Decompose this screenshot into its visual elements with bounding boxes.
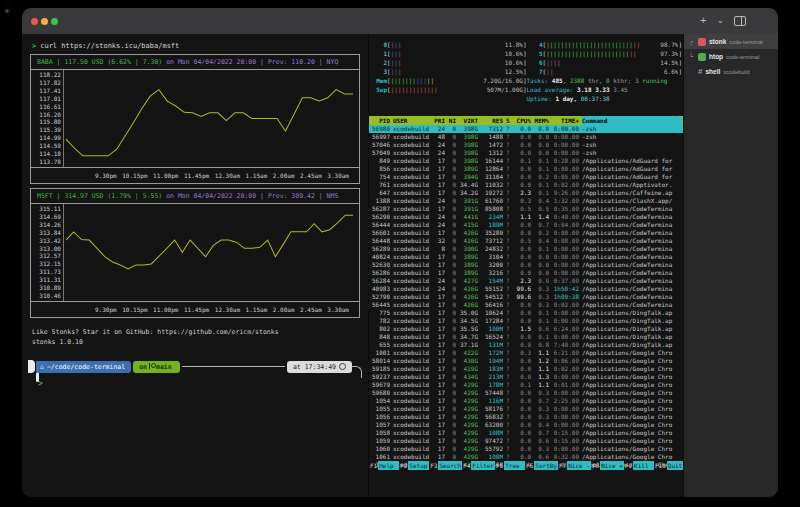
stonks-terminal-pane[interactable]: >curl https://stonks.icu/baba/msft BABA … (22, 34, 368, 497)
process-row[interactable]: 52630xcodebuild170389G3200?0.00.00:00.00… (369, 261, 684, 269)
process-row[interactable]: 56997xcodebuild480398G1488?0.00.00:00.00… (369, 133, 684, 141)
fkey-f1[interactable]: F1Help (369, 461, 399, 470)
process-row[interactable]: 1059xcodebuild170429G97472?0.00.60:15.00… (369, 437, 684, 445)
cell-command: /Applications/CodeTermina (582, 221, 682, 229)
process-row[interactable]: 57046xcodebuild240398G1472?0.00.00:00.00… (369, 141, 684, 149)
cell-mem: 0.3 (534, 389, 549, 397)
add-session-icon[interactable]: + (700, 14, 706, 27)
window-titlebar[interactable]: + ⌄ (22, 8, 778, 34)
cell-command: /Applications/CodeTermina (582, 245, 682, 253)
zoom-button[interactable] (51, 18, 58, 25)
session-subtitle: code-terminal (729, 39, 762, 45)
close-button[interactable] (31, 18, 38, 25)
cell-cpu: 0.0 (515, 149, 531, 157)
process-row[interactable]: 59185xcodebuild170429G183M?0.01.10:02.00… (369, 365, 684, 373)
header-pid[interactable]: PID (371, 116, 390, 125)
process-row[interactable]: 59680xcodebuild170429G57448?0.00.30:00.0… (369, 389, 684, 397)
header-user[interactable]: USER (393, 116, 431, 125)
cell-res: 16144 (481, 157, 503, 165)
process-row[interactable]: 56287xcodebuild170391G85808?0.50.50:35.0… (369, 205, 684, 213)
process-row[interactable]: 655xcodebuild17037.1G131M?0.90.87:40.00/… (369, 341, 684, 349)
process-row[interactable]: 56601xcodebuild170426G35280?0.00.20:00.0… (369, 229, 684, 237)
fkey-f6[interactable]: F6SortBy (525, 461, 558, 470)
process-row[interactable]: 56289xcodebuild80390G24832?0.00.10:00.00… (369, 245, 684, 253)
meter-value: 98.7% (660, 40, 678, 49)
fkey-f7[interactable]: F7Nice - (558, 461, 591, 470)
header-time[interactable]: TIME+ (552, 116, 579, 125)
process-row[interactable]: 40824xcodebuild170389G3104?0.00.00:00.00… (369, 253, 684, 261)
process-row[interactable]: 1057xcodebuild170429G63200?0.00.40:00.00… (369, 421, 684, 429)
process-row[interactable]: 754xcodebuild170394G31104?0.00.20:05.00/… (369, 173, 684, 181)
process-row[interactable]: 782xcodebuild17034.5G17284?0.00.10:00.00… (369, 317, 684, 325)
fkey-f5[interactable]: F5Tree (495, 461, 525, 470)
header-state[interactable]: S (506, 116, 512, 125)
session-item-shell[interactable]: #shellxcodebuild (684, 64, 778, 79)
process-row[interactable]: 1054xcodebuild170429G116M?0.00.72:25.00/… (369, 397, 684, 405)
process-row[interactable]: 59679xcodebuild170429G178M?0.11.10:01.00… (369, 381, 684, 389)
process-row[interactable]: 1001xcodebuild170422G172M?0.31.16:21.00/… (369, 349, 684, 357)
process-row[interactable]: 56290xcodebuild240441G234M?1.11.40:49.00… (369, 213, 684, 221)
cell-res: 172M (481, 349, 503, 357)
header-cpu[interactable]: CPU% (515, 116, 531, 125)
header-command[interactable]: Command (582, 116, 682, 125)
cell-cpu: 0.3 (515, 349, 531, 357)
x-tick-label: 11.00pm (153, 172, 178, 179)
fkey-f2[interactable]: F2Setup (399, 461, 429, 470)
cell-command: /Applications/Apptivator. (582, 181, 682, 189)
process-row[interactable]: 849xcodebuild170398G16144?0.10.10:28.00/… (369, 157, 684, 165)
process-row[interactable]: 56284xcodebuild240427G154M?2.30.90:37.00… (369, 277, 684, 285)
process-row[interactable]: 761xcodebuild17034.4G11032?0.00.10:02.00… (369, 181, 684, 189)
cell-time: 2:25.00 (552, 397, 579, 405)
header-res[interactable]: RES (481, 116, 503, 125)
session-item-stonk[interactable]: ┌stonkcode-terminal (684, 34, 778, 49)
fkey-f8[interactable]: F8Nice + (591, 461, 624, 470)
fkey-f10[interactable]: F10Quit (654, 461, 684, 470)
process-row[interactable]: 1060xcodebuild170429G55792?0.00.30:00.00… (369, 445, 684, 453)
process-row[interactable]: 56444xcodebuild240415G189M?0.00.70:04.00… (369, 221, 684, 229)
process-row[interactable]: 1056xcodebuild170429G56832?0.00.30:00.00… (369, 413, 684, 421)
header-ni[interactable]: NI (448, 116, 456, 125)
cell-res: 56832 (481, 413, 503, 421)
cell-ni: 0 (448, 437, 456, 445)
cell-cpu: 0.0 (515, 365, 531, 373)
process-row[interactable]: 57049xcodebuild240398G1312?0.00.00:00.00… (369, 149, 684, 157)
header-mem[interactable]: MEM% (534, 116, 549, 125)
y-tick-label: 117.82 (31, 80, 61, 86)
header-pri[interactable]: PRI (434, 116, 445, 125)
process-row[interactable]: 856xcodebuild170389G12864?0.00.10:00.00/… (369, 165, 684, 173)
process-row[interactable]: 1058xcodebuild170429G108M?0.00.70:15.00/… (369, 429, 684, 437)
cell-mem: 0.0 (534, 261, 549, 269)
process-row[interactable]: 56980xcodebuild240398G7312?0.00.00:00.00… (369, 125, 684, 133)
process-row[interactable]: 1388xcodebuild240391G61760?0.30.41:32.00… (369, 197, 684, 205)
cell-pri: 17 (434, 421, 445, 429)
process-row[interactable]: 1061xcodebuild170429G108M?0.00.60:32.00/… (369, 453, 684, 461)
process-row[interactable]: 775xcodebuild17035.0G10624?0.00.10:00.00… (369, 309, 684, 317)
fkey-f9[interactable]: F9Kill (624, 461, 654, 470)
process-row[interactable]: 56286xcodebuild170389G3216?0.00.00:00.00… (369, 269, 684, 277)
process-row[interactable]: 40983xcodebuild240426G55152?99.60.31h50:… (369, 285, 684, 293)
fkey-f3[interactable]: F3Search (429, 461, 462, 470)
process-row[interactable]: 647xcodebuild17034.2G19272?2.30.19:26.00… (369, 189, 684, 197)
process-row[interactable]: 802xcodebuild17035.5G100M?1.50.66:24.00/… (369, 325, 684, 333)
process-row[interactable]: 56445xcodebuild170426G56416?0.00.30:02.0… (369, 301, 684, 309)
process-row[interactable]: 58014xcodebuild170430G194M?0.01.20:06.00… (369, 357, 684, 365)
cell-res: 56416 (481, 301, 503, 309)
fkey-f4[interactable]: F4Filter (462, 461, 495, 470)
htop-pane[interactable]: 0[|||11.8%]1[|||10.6%]2[|||10.6%]3[|||12… (368, 34, 684, 497)
session-item-htop[interactable]: └htopcode-terminal (684, 49, 778, 64)
chevron-down-icon[interactable]: ⌄ (716, 14, 724, 27)
header-virt[interactable]: VIRT (459, 116, 478, 125)
split-layout-icon[interactable] (734, 16, 746, 26)
process-row[interactable]: 1055xcodebuild170429G58176?0.00.30:00.00… (369, 405, 684, 413)
minimize-button[interactable] (41, 18, 48, 25)
cell-pid: 1060 (371, 445, 390, 453)
cell-time: 0:02.00 (552, 301, 579, 309)
shell-input-prompt[interactable]: > (38, 379, 368, 388)
cell-time: 0:00.00 (552, 445, 579, 453)
process-row[interactable]: 59237xcodebuild170434G213M?0.01.30:09.00… (369, 373, 684, 381)
meter-value: 12.5% (505, 67, 523, 76)
process-row[interactable]: 56448xcodebuild320426G73712?0.50.40:08.0… (369, 237, 684, 245)
cell-user: xcodebuild (393, 453, 431, 461)
process-row[interactable]: 848xcodebuild17034.7G16524?0.00.10:00.00… (369, 333, 684, 341)
process-row[interactable]: 52790xcodebuild170426G54512?99.60.31h09:… (369, 293, 684, 301)
